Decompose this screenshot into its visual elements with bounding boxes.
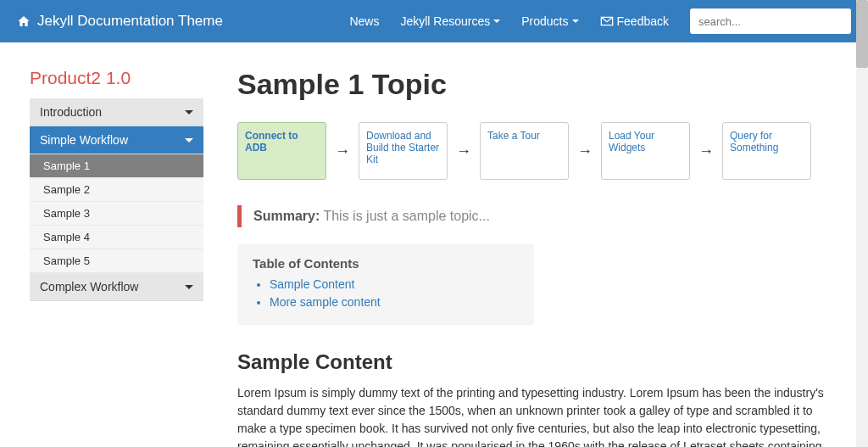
sidebar-title: Product2 1.0 (30, 68, 203, 88)
section-heading: Sample Content (237, 350, 838, 374)
workflow-step-2[interactable]: Download and Build the Starter Kit (359, 122, 448, 180)
caret-down-icon (572, 20, 579, 23)
arrow-right-icon: → (698, 122, 714, 180)
caret-down-icon (185, 285, 193, 289)
scrollbar-thumb[interactable] (856, 0, 868, 68)
arrow-right-icon: → (456, 122, 471, 180)
caret-down-icon (185, 138, 193, 142)
sidebar-section-simple[interactable]: Simple Workflow (30, 126, 203, 154)
search-input[interactable] (690, 8, 851, 34)
sidebar: Product2 1.0 Introduction Simple Workflo… (30, 68, 203, 447)
workflow-step-5[interactable]: Query for Something (722, 122, 811, 180)
nav-products[interactable]: Products (521, 14, 578, 28)
toc-link-1[interactable]: Sample Content (270, 277, 519, 291)
main-content: Sample 1 Topic Connect to ADB → Download… (237, 68, 838, 447)
arrow-right-icon: → (335, 122, 350, 180)
workflow-steps: Connect to ADB → Download and Build the … (237, 122, 838, 180)
arrow-right-icon: → (577, 122, 593, 180)
sidebar-item-sample3[interactable]: Sample 3 (30, 202, 203, 226)
sidebar-item-sample4[interactable]: Sample 4 (30, 226, 203, 249)
scrollbar[interactable] (856, 0, 868, 447)
home-icon (17, 14, 31, 28)
summary-block: Summary: This is just a sample topic... (237, 205, 838, 227)
page-title: Sample 1 Topic (237, 68, 838, 101)
summary-label: Summary: (253, 209, 320, 223)
workflow-step-4[interactable]: Load Your Widgets (601, 122, 690, 180)
caret-down-icon (493, 20, 500, 23)
workflow-step-3[interactable]: Take a Tour (480, 122, 569, 180)
workflow-step-1[interactable]: Connect to ADB (237, 122, 326, 180)
summary-text: This is just a sample topic... (323, 209, 490, 223)
nav-feedback[interactable]: Feedback (600, 14, 669, 28)
sidebar-item-sample1[interactable]: Sample 1 (30, 154, 203, 178)
nav-links: News Jekyll Resources Products Feedback (349, 8, 851, 34)
body-paragraph: Lorem Ipsum is simply dummy text of the … (237, 384, 838, 447)
caret-down-icon (185, 110, 193, 115)
sidebar-section-complex[interactable]: Complex Workflow (30, 273, 203, 301)
brand[interactable]: Jekyll Documentation Theme (17, 13, 223, 30)
sidebar-item-sample5[interactable]: Sample 5 (30, 249, 203, 273)
top-navbar: Jekyll Documentation Theme News Jekyll R… (0, 0, 868, 42)
sidebar-item-sample2[interactable]: Sample 2 (30, 178, 203, 202)
sidebar-section-intro[interactable]: Introduction (30, 98, 203, 126)
envelope-icon (600, 14, 614, 28)
table-of-contents: Table of Contents Sample Content More sa… (237, 244, 534, 325)
nav-resources[interactable]: Jekyll Resources (400, 14, 500, 28)
sidebar-nav: Introduction Simple Workflow Sample 1 Sa… (30, 98, 203, 301)
brand-text: Jekyll Documentation Theme (37, 13, 223, 30)
page-container: Product2 1.0 Introduction Simple Workflo… (0, 42, 868, 447)
toc-link-2[interactable]: More sample content (270, 295, 519, 309)
toc-title: Table of Contents (253, 256, 519, 271)
nav-news[interactable]: News (349, 14, 379, 28)
